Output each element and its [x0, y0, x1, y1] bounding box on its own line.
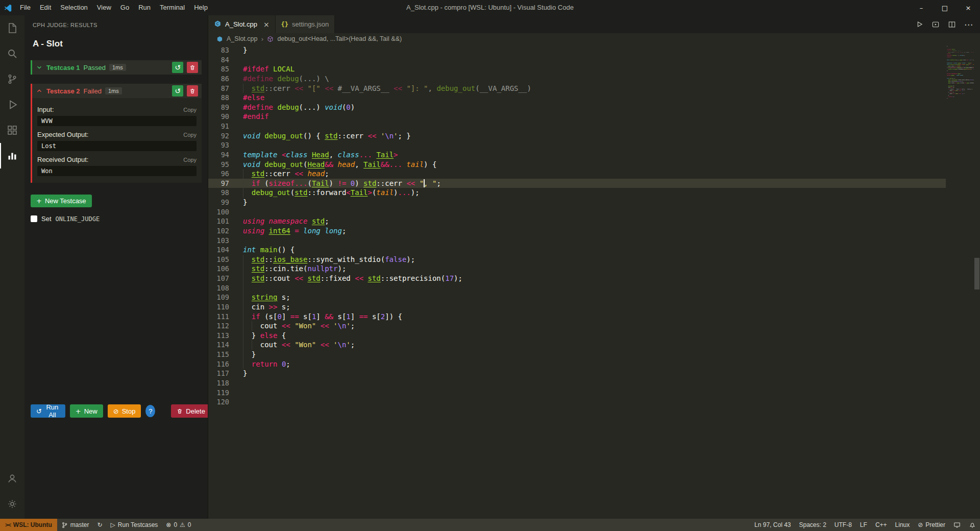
breadcrumb-symbol[interactable]: debug_out<Head, ...Tail>(Head &&, Tail &… — [277, 35, 402, 42]
line-number[interactable]: 120 — [208, 397, 243, 407]
code-text[interactable]: #ifdef LOCAL — [243, 64, 946, 74]
menu-run[interactable]: Run — [134, 0, 155, 15]
line-number[interactable]: 89 — [208, 103, 243, 112]
code-text[interactable] — [243, 397, 946, 407]
code-text[interactable]: void debug_out() { std::cerr << '\n'; } — [243, 131, 946, 141]
run-file-icon[interactable] — [916, 20, 923, 28]
online-judge-checkbox[interactable] — [31, 215, 37, 222]
line-number[interactable]: 111 — [208, 312, 243, 322]
code-text[interactable]: std::cerr << head; — [243, 169, 946, 179]
eol-status[interactable]: LF — [856, 519, 871, 531]
code-text[interactable]: cout << "Won" << '\n'; — [243, 321, 946, 331]
code-text[interactable]: #else — [243, 93, 946, 103]
code-line-88[interactable]: 88#else — [208, 93, 946, 103]
remote-indicator[interactable]: >< WSL: Ubuntu — [0, 519, 57, 531]
run-testcases-status[interactable]: ▷ Run Testcases — [107, 519, 162, 531]
code-text[interactable] — [243, 236, 946, 246]
stop-button[interactable]: ⊘ Stop — [108, 404, 141, 418]
more-actions-icon[interactable]: ⋯ — [964, 19, 973, 30]
line-number[interactable]: 100 — [208, 207, 243, 217]
code-text[interactable]: } else { — [243, 331, 946, 341]
code-text[interactable]: } — [243, 350, 946, 359]
copy-expected-button[interactable]: Copy — [183, 132, 197, 138]
cursor-position-status[interactable]: Ln 97, Col 43 — [750, 519, 795, 531]
line-number[interactable]: 96 — [208, 169, 243, 179]
delete-all-button[interactable]: Delete — [171, 404, 208, 418]
tab-a-slot-cpp[interactable]: A_Slot.cpp × — [208, 15, 276, 33]
line-number[interactable]: 102 — [208, 226, 243, 236]
code-text[interactable]: #define debug(...) void(0) — [243, 103, 946, 112]
code-text[interactable] — [243, 122, 946, 131]
menu-terminal[interactable]: Terminal — [155, 0, 189, 15]
code-text[interactable]: using namespace std; — [243, 216, 946, 226]
line-number[interactable]: 95 — [208, 160, 243, 170]
code-line-105[interactable]: 105 std::ios_base::sync_with_stdio(false… — [208, 255, 946, 264]
menu-selection[interactable]: Selection — [56, 0, 92, 15]
encoding-status[interactable]: UTF-8 — [830, 519, 856, 531]
close-tab-icon[interactable]: × — [263, 20, 270, 29]
line-number[interactable]: 98 — [208, 188, 243, 198]
line-number[interactable]: 87 — [208, 84, 243, 93]
code-line-104[interactable]: 104int main() { — [208, 245, 946, 255]
code-line-83[interactable]: 83} — [208, 45, 946, 55]
line-number[interactable]: 110 — [208, 302, 243, 312]
code-line-110[interactable]: 110 cin >> s; — [208, 302, 946, 312]
line-number[interactable]: 84 — [208, 55, 243, 65]
line-number[interactable]: 115 — [208, 350, 243, 359]
testcase-1-header[interactable]: Testcase 1 Passed 1ms ↺ — [32, 60, 202, 75]
code-line-97[interactable]: 97 if (sizeof...(Tail) != 0) std::cerr <… — [208, 179, 946, 188]
line-number[interactable]: 117 — [208, 369, 243, 378]
line-number[interactable]: 109 — [208, 293, 243, 302]
code-line-93[interactable]: 93 — [208, 140, 946, 150]
code-text[interactable]: } — [243, 198, 946, 207]
code-text[interactable]: std::ios_base::sync_with_stdio(false); — [243, 255, 946, 264]
line-number[interactable]: 116 — [208, 359, 243, 369]
line-number[interactable]: 86 — [208, 74, 243, 84]
extensions-icon[interactable] — [0, 117, 24, 143]
code-line-113[interactable]: 113 } else { — [208, 331, 946, 341]
code-line-100[interactable]: 100 — [208, 207, 946, 217]
notifications-status[interactable] — [965, 519, 980, 531]
git-branch-status[interactable]: master — [57, 519, 93, 531]
code-line-91[interactable]: 91 — [208, 122, 946, 131]
code-line-89[interactable]: 89#define debug(...) void(0) — [208, 103, 946, 112]
problems-status[interactable]: ⊗ 0 ⚠ 0 — [162, 519, 195, 531]
copy-received-button[interactable]: Copy — [183, 157, 197, 163]
line-number[interactable]: 92 — [208, 131, 243, 141]
testcase-2-header[interactable]: Testcase 2 Failed 1ms ↺ — [32, 84, 202, 98]
new-testcase-button[interactable]: + New Testcase — [31, 195, 92, 207]
split-editor-icon[interactable] — [948, 20, 956, 29]
line-number[interactable]: 112 — [208, 321, 243, 331]
explorer-icon[interactable] — [0, 15, 24, 41]
code-text[interactable]: if (s[0] == s[1] && s[1] == s[2]) { — [243, 312, 946, 322]
line-number[interactable]: 93 — [208, 140, 243, 150]
code-text[interactable]: using int64 = long long; — [243, 226, 946, 236]
menu-view[interactable]: View — [92, 0, 116, 15]
accounts-icon[interactable] — [0, 466, 24, 491]
line-number[interactable]: 83 — [208, 45, 243, 55]
code-line-95[interactable]: 95void debug_out(Head&& head, Tail&&... … — [208, 160, 946, 170]
code-text[interactable]: return 0; — [243, 359, 946, 369]
menu-go[interactable]: Go — [116, 0, 134, 15]
editor-scrollbar[interactable] — [974, 44, 980, 519]
indentation-status[interactable]: Spaces: 2 — [795, 519, 830, 531]
code-line-116[interactable]: 116 return 0; — [208, 359, 946, 369]
line-number[interactable]: 108 — [208, 283, 243, 293]
code-text[interactable]: debug_out(std::forward<Tail>(tail)...); — [243, 188, 946, 198]
copy-input-button[interactable]: Copy — [183, 107, 197, 113]
line-number[interactable]: 97 — [208, 179, 243, 188]
code-text[interactable]: string s; — [243, 293, 946, 302]
code-line-87[interactable]: 87 std::cerr << "[" << #__VA_ARGS__ << "… — [208, 84, 946, 93]
new-button[interactable]: + New — [70, 404, 103, 418]
line-number[interactable]: 113 — [208, 331, 243, 341]
code-line-111[interactable]: 111 if (s[0] == s[1] && s[1] == s[2]) { — [208, 312, 946, 322]
maximize-icon[interactable]: □ — [933, 0, 957, 15]
code-text[interactable]: template <class Head, class... Tail> — [243, 150, 946, 160]
run-debug-icon[interactable] — [932, 20, 940, 29]
rerun-testcase-button[interactable]: ↺ — [172, 62, 183, 73]
line-number[interactable]: 114 — [208, 340, 243, 350]
line-number[interactable]: 85 — [208, 64, 243, 74]
run-all-button[interactable]: ↺ Run All — [31, 404, 65, 418]
code-line-120[interactable]: 120 — [208, 397, 946, 407]
line-number[interactable]: 90 — [208, 112, 243, 122]
